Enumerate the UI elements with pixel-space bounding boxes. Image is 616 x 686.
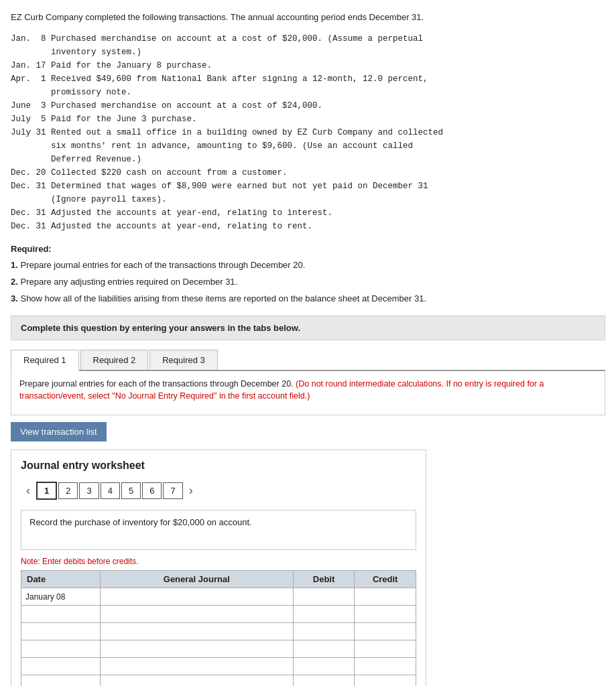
row4-credit[interactable]: [355, 640, 416, 658]
intro-text: EZ Curb Company completed the following …: [11, 11, 605, 24]
table-row: [21, 606, 416, 623]
row1-debit[interactable]: [293, 588, 355, 606]
row4-credit-input[interactable]: [359, 644, 412, 654]
row3-credit[interactable]: [355, 623, 416, 640]
instruction-text: Prepare journal entries for each of the …: [19, 378, 597, 403]
transactions-block: Jan. 8 Purchased merchandise on account …: [11, 32, 605, 233]
instruction-normal: Prepare journal entries for each of the …: [19, 379, 294, 389]
row5-debit-input[interactable]: [298, 662, 351, 671]
prev-page-button[interactable]: ‹: [21, 481, 36, 500]
row4-gj-input[interactable]: [105, 644, 289, 654]
row2-credit-input[interactable]: [359, 610, 412, 619]
page-6[interactable]: 6: [142, 482, 162, 499]
row5-credit[interactable]: [355, 658, 416, 675]
page-4[interactable]: 4: [101, 482, 120, 499]
page-7[interactable]: 7: [163, 482, 182, 499]
row1-debit-input[interactable]: [298, 592, 351, 602]
tabs-row: Required 1 Required 2 Required 3: [11, 350, 605, 371]
row4-gj[interactable]: [100, 640, 293, 658]
journal-table: Date General Journal Debit Credit Januar…: [21, 570, 416, 686]
row5-date: [21, 658, 101, 675]
tab-content: Prepare journal entries for each of the …: [11, 371, 605, 416]
row1-gj[interactable]: [100, 588, 293, 606]
row3-debit[interactable]: [293, 623, 355, 640]
worksheet-box: Journal entry worksheet ‹ 1 2 3 4 5 6 7 …: [11, 450, 426, 686]
required-label: Required:: [11, 244, 52, 254]
row6-debit-input[interactable]: [298, 679, 351, 686]
table-row: [21, 640, 416, 658]
row2-date: [21, 606, 101, 623]
row3-debit-input[interactable]: [298, 627, 351, 636]
row2-gj-input[interactable]: [105, 610, 289, 619]
row5-gj[interactable]: [100, 658, 293, 675]
page-3[interactable]: 3: [79, 482, 99, 499]
col-date: Date: [21, 571, 101, 588]
row6-credit-input[interactable]: [359, 679, 412, 686]
col-debit: Debit: [293, 571, 355, 588]
row1-date: January 08: [21, 588, 101, 606]
required-3: 3. Show how all of the liabilities arisi…: [11, 292, 605, 306]
required-2: 2. Prepare any adjusting entries require…: [11, 275, 605, 289]
row2-debit-input[interactable]: [298, 610, 351, 619]
complete-box: Complete this question by entering your …: [11, 316, 605, 340]
col-credit: Credit: [355, 571, 416, 588]
note-text: Note: Enter debits before credits.: [21, 557, 416, 566]
row1-credit-input[interactable]: [359, 592, 412, 602]
row5-debit[interactable]: [293, 658, 355, 675]
row4-debit-input[interactable]: [298, 644, 351, 654]
row6-credit[interactable]: [355, 675, 416, 686]
required-1: 1. Prepare journal entries for each of t…: [11, 259, 605, 273]
next-page-button[interactable]: ›: [184, 481, 198, 500]
tab-required3[interactable]: Required 3: [149, 350, 218, 370]
required-section: Required: 1. Prepare journal entries for…: [11, 243, 605, 306]
row4-debit[interactable]: [293, 640, 355, 658]
view-transaction-list-button[interactable]: View transaction list: [11, 422, 107, 441]
row4-date: [21, 640, 101, 658]
row2-credit[interactable]: [355, 606, 416, 623]
col-gj: General Journal: [100, 571, 293, 588]
row5-gj-input[interactable]: [105, 662, 289, 671]
row1-credit[interactable]: [355, 588, 416, 606]
row3-gj-input[interactable]: [105, 627, 289, 636]
page-2[interactable]: 2: [58, 482, 78, 499]
row6-gj-input[interactable]: [105, 679, 289, 686]
tx-jan8: Jan. 8 Purchased merchandise on account …: [11, 34, 443, 231]
description-box: Record the purchase of inventory for $20…: [21, 510, 416, 550]
table-row: [21, 623, 416, 640]
tab-required2[interactable]: Required 2: [80, 350, 149, 370]
pagination-row: ‹ 1 2 3 4 5 6 7 ›: [21, 481, 416, 500]
row3-credit-input[interactable]: [359, 627, 412, 636]
row1-gj-input[interactable]: [105, 592, 289, 602]
row3-gj[interactable]: [100, 623, 293, 640]
row5-credit-input[interactable]: [359, 662, 412, 671]
table-row: [21, 658, 416, 675]
tab-required1[interactable]: Required 1: [11, 350, 79, 371]
row6-date: [21, 675, 101, 686]
table-row: [21, 675, 416, 686]
page-1[interactable]: 1: [36, 482, 57, 500]
row2-debit[interactable]: [293, 606, 355, 623]
row6-debit[interactable]: [293, 675, 355, 686]
page-5[interactable]: 5: [121, 482, 141, 499]
row2-gj[interactable]: [100, 606, 293, 623]
worksheet-title: Journal entry worksheet: [21, 460, 416, 472]
row6-gj[interactable]: [100, 675, 293, 686]
table-row: January 08: [21, 588, 416, 606]
row3-date: [21, 623, 101, 640]
